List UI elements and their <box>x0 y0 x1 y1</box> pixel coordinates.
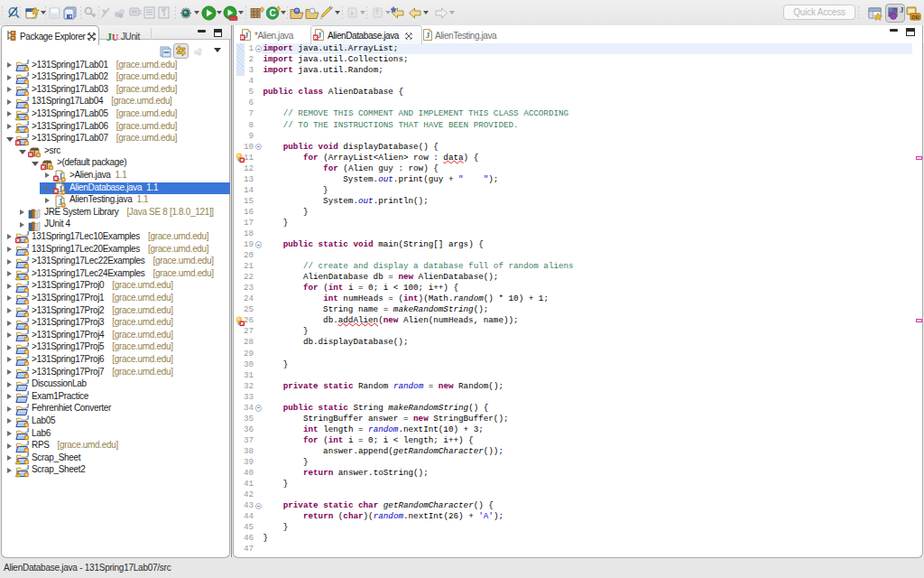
svg-text:J: J <box>900 5 903 14</box>
svg-text:J: J <box>426 31 430 40</box>
svg-text:DB: DB <box>911 14 919 20</box>
svg-text:C: C <box>269 8 275 18</box>
